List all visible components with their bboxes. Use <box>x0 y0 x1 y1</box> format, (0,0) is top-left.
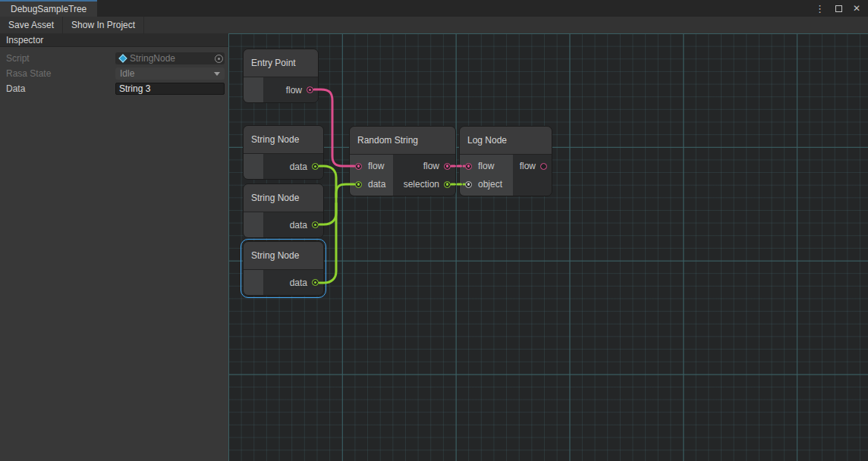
node-title-text: String Node <box>251 193 299 203</box>
inspector-title: Inspector <box>6 35 43 45</box>
data-input[interactable] <box>115 83 225 95</box>
node-title: String Node <box>244 184 323 212</box>
flow-input-port[interactable] <box>355 163 362 170</box>
tab-title: DebugSampleTree <box>11 4 86 14</box>
data-output-port[interactable] <box>312 163 319 170</box>
node-input-container: flow object <box>460 155 513 196</box>
script-icon <box>118 54 127 62</box>
port-dot <box>314 281 317 284</box>
data-output-port[interactable] <box>312 221 319 228</box>
node-input-container <box>244 270 263 295</box>
data-input-port[interactable] <box>355 181 362 188</box>
node-title-text: String Node <box>251 250 299 261</box>
edge-string3-to-random-data[interactable] <box>319 184 354 283</box>
node-input-container <box>244 212 263 237</box>
port-label: data <box>290 220 307 230</box>
maximize-icon[interactable] <box>835 5 842 12</box>
save-asset-button[interactable]: Save Asset <box>0 17 63 33</box>
node-string-3-selected[interactable]: String Node data <box>243 241 324 296</box>
rasa-state-dropdown[interactable]: Idle <box>115 67 225 80</box>
toolbar: Save Asset Show In Project <box>0 17 868 33</box>
data-label: Data <box>6 83 115 94</box>
node-title: Random String <box>350 127 455 155</box>
script-label: Script <box>6 53 115 64</box>
port-dot <box>357 183 360 186</box>
tab-bar: DebugSampleTree ⋮ ✕ <box>0 0 868 17</box>
show-in-project-button[interactable]: Show In Project <box>63 17 144 33</box>
node-log[interactable]: Log Node flow object flow <box>459 126 552 196</box>
port-label: data <box>368 179 385 190</box>
node-title: String Node <box>244 242 323 270</box>
node-title: Entry Point <box>244 49 318 77</box>
node-title-text: String Node <box>251 134 299 145</box>
selection-output-port[interactable] <box>444 181 451 188</box>
port-label: flow <box>368 161 384 171</box>
node-input-container: flow data <box>350 155 393 196</box>
inspector-panel: Inspector Script StringNode Rasa State I… <box>0 33 228 461</box>
node-entry-point[interactable]: Entry Point flow <box>243 49 319 103</box>
node-title: String Node <box>244 126 323 154</box>
port-label: data <box>290 278 307 288</box>
graph-canvas[interactable]: Entry Point flow String Node data <box>228 33 868 461</box>
edge-layer <box>228 33 868 461</box>
node-random-string[interactable]: Random String flow data flow <box>349 126 456 196</box>
port-label: object <box>478 179 502 190</box>
data-row: Data <box>0 81 228 96</box>
script-row: Script StringNode <box>0 51 228 66</box>
port-dot <box>467 183 470 186</box>
port-label: flow <box>520 161 536 171</box>
inspector-rows: Script StringNode Rasa State Idle <box>0 47 228 96</box>
port-dot <box>446 165 449 168</box>
node-string-2[interactable]: String Node data <box>243 183 324 238</box>
port-label: flow <box>478 161 494 171</box>
rasa-state-label: Rasa State <box>6 68 115 79</box>
port-dot <box>446 183 449 186</box>
port-dot <box>357 165 360 168</box>
port-label: data <box>290 162 307 172</box>
node-input-container <box>244 77 263 102</box>
node-output-container: data <box>263 212 323 237</box>
rasa-state-row: Rasa State Idle <box>0 66 228 81</box>
flow-output-port[interactable] <box>307 86 313 93</box>
window-controls: ⋮ ✕ <box>815 0 868 17</box>
node-title-text: Entry Point <box>251 58 296 68</box>
object-picker-icon[interactable] <box>215 55 223 63</box>
node-title-text: Random String <box>357 135 418 146</box>
script-value: StringNode <box>130 53 175 64</box>
port-label: flow <box>286 85 302 96</box>
dropdown-arrow-icon <box>214 72 220 76</box>
node-output-container: data <box>263 154 323 179</box>
port-dot <box>314 224 317 227</box>
port-label: flow <box>423 161 439 171</box>
kebab-menu-icon[interactable]: ⋮ <box>815 4 825 14</box>
script-object-field[interactable]: StringNode <box>115 52 225 64</box>
node-output-container: data <box>263 270 323 295</box>
port-dot <box>467 165 470 168</box>
object-input-port[interactable] <box>465 181 472 188</box>
node-output-container: flow <box>263 77 318 102</box>
flow-input-port[interactable] <box>465 163 472 170</box>
tab-debugsampletree[interactable]: DebugSampleTree <box>0 0 97 17</box>
port-dot <box>309 89 312 92</box>
node-input-container <box>244 154 263 179</box>
flow-output-port[interactable] <box>444 163 451 170</box>
node-string-1[interactable]: String Node data <box>243 125 324 180</box>
node-title: Log Node <box>460 127 552 155</box>
close-icon[interactable]: ✕ <box>853 4 860 13</box>
port-label: selection <box>404 179 439 190</box>
flow-output-port-unconnected[interactable] <box>540 163 547 170</box>
node-output-container: flow <box>513 155 552 196</box>
data-output-port[interactable] <box>312 279 319 286</box>
port-dot <box>314 165 317 168</box>
node-output-container: flow selection <box>393 155 455 196</box>
rasa-state-value: Idle <box>120 68 134 79</box>
node-title-text: Log Node <box>467 135 507 146</box>
editor-window: DebugSampleTree ⋮ ✕ Save Asset Show In P… <box>0 0 868 461</box>
inspector-header: Inspector <box>0 33 228 47</box>
